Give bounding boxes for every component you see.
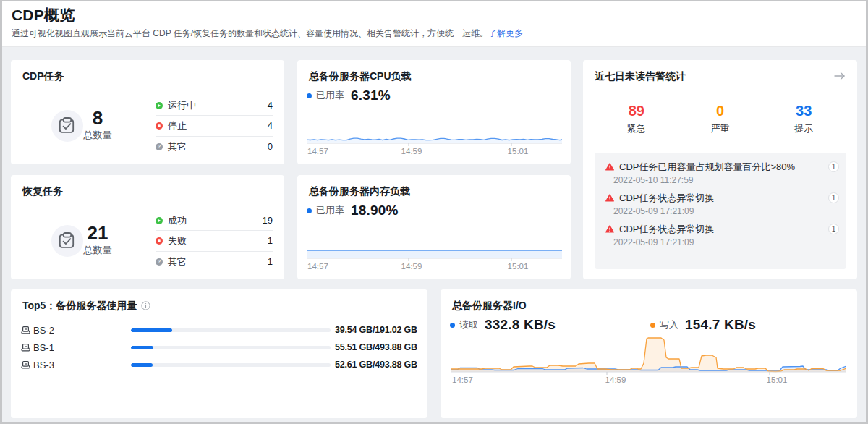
- svg-text:15:01: 15:01: [508, 147, 529, 156]
- top5-list: BS-2 39.54 GB/191.02 GB BS-1 55.51 GB/49…: [21, 321, 416, 373]
- alert-stats: 89 紧急 0 严重 33 提示: [595, 102, 846, 135]
- usage-value: 52.61 GB/493.88 GB: [335, 360, 417, 370]
- memory-load-chart: 14:5714:5915:01: [307, 215, 562, 276]
- card-alerts: 近七日未读告警统计 89 紧急 0 严重 33 提示 CDP任务已用容量占规划容…: [583, 60, 857, 279]
- running-icon: [156, 102, 163, 109]
- svg-text:?: ?: [158, 259, 161, 264]
- svg-text:?: ?: [158, 144, 161, 149]
- top5-row: BS-1 55.51 GB/493.88 GB: [21, 339, 416, 356]
- status-label: 停止: [168, 119, 187, 132]
- alert-list: CDP任务已用容量占规划容量百分比>80% 1 2022-05-10 11:27…: [595, 153, 846, 269]
- status-label: 失败: [168, 234, 187, 247]
- status-row-other: ? 其它 0: [156, 137, 273, 157]
- success-icon: [156, 217, 163, 224]
- io-title: 总备份服务器I/O: [452, 298, 527, 313]
- alert-stat-severe: 0 严重: [678, 102, 762, 135]
- alert-text: CDP任务状态异常切换: [619, 223, 714, 236]
- card-io: 总备份服务器I/O 读取 332.8 KB/s 写入 154.7 KB/s 14…: [441, 289, 857, 418]
- card-top5-usage: Top5：备份服务器使用量 BS-2 39.54 GB/191.02 GB BS…: [11, 289, 427, 418]
- alert-timestamp: 2022-05-10 11:27:59: [613, 174, 839, 187]
- legend-dot-icon: [450, 323, 455, 328]
- status-label: 成功: [168, 214, 187, 227]
- usage-bar: [131, 346, 331, 349]
- alert-timestamp: 2022-05-09 17:21:09: [613, 205, 839, 218]
- card-restore-tasks: 恢复任务 21 总数量 成功 19 失败 1 ? 其它: [11, 175, 284, 279]
- top5-title-text: Top5：备份服务器使用量: [22, 298, 137, 313]
- backup-server-icon: [21, 343, 30, 352]
- question-icon: ?: [156, 143, 163, 150]
- cdp-tasks-title: CDP任务: [22, 69, 64, 83]
- cdp-total-number: 8: [76, 108, 119, 128]
- failed-icon: [156, 237, 163, 245]
- status-row-failed: 失败 1: [156, 231, 273, 251]
- alert-timestamp: 2022-05-09 17:21:09: [613, 237, 839, 249]
- question-icon: ?: [156, 258, 163, 266]
- svg-text:14:57: 14:57: [307, 262, 328, 271]
- page-subtitle: 通过可视化视图直观展示当前云平台 CDP 任务/恢复任务的数量和状态统计、容量使…: [12, 27, 523, 40]
- server-name: BS-1: [33, 342, 131, 353]
- severe-label: 严重: [678, 122, 762, 135]
- status-row-other: ? 其它 1: [156, 252, 273, 272]
- svg-text:14:59: 14:59: [605, 376, 626, 384]
- server-name: BS-2: [33, 325, 131, 336]
- status-label: 其它: [168, 255, 187, 268]
- alert-count-badge: 1: [828, 192, 839, 203]
- warning-icon: [605, 194, 614, 202]
- svg-text:14:59: 14:59: [401, 147, 422, 156]
- svg-text:14:59: 14:59: [401, 262, 422, 271]
- arrow-right-icon[interactable]: [834, 72, 846, 80]
- warning-icon: [605, 225, 614, 233]
- top5-row: BS-2 39.54 GB/191.02 GB: [21, 321, 416, 339]
- svg-text:15:01: 15:01: [767, 376, 788, 384]
- status-label: 其它: [168, 140, 187, 153]
- backup-server-icon: [21, 360, 30, 370]
- svg-text:14:57: 14:57: [307, 147, 328, 156]
- info-label: 提示: [762, 122, 846, 135]
- status-value: 19: [263, 215, 273, 226]
- legend-dot-icon: [307, 208, 312, 213]
- cpu-load-title: 总备份服务器CPU负载: [309, 69, 412, 83]
- info-icon[interactable]: [141, 301, 150, 310]
- svg-text:14:57: 14:57: [452, 376, 473, 384]
- alert-stat-info: 33 提示: [762, 102, 846, 135]
- alert-item[interactable]: CDP任务状态异常切换 1 2022-05-09 17:21:09: [605, 190, 839, 218]
- status-row-stopped: 停止 4: [156, 116, 273, 136]
- backup-server-icon: [21, 326, 30, 335]
- cdp-total: 8 总数量: [76, 108, 119, 142]
- alert-item[interactable]: CDP任务状态异常切换 1 2022-05-09 17:21:09: [605, 221, 839, 249]
- top5-row: BS-3 52.61 GB/493.88 GB: [21, 356, 416, 373]
- page-subtitle-text: 通过可视化视图直观展示当前云平台 CDP 任务/恢复任务的数量和状态统计、容量使…: [12, 28, 488, 38]
- cdp-status-list: 运行中 4 停止 4 ? 其它 0: [156, 96, 273, 157]
- alert-item[interactable]: CDP任务已用容量占规划容量百分比>80% 1 2022-05-10 11:27…: [605, 159, 839, 187]
- warning-icon: [605, 163, 614, 171]
- learn-more-link[interactable]: 了解更多: [488, 28, 523, 38]
- app-window: CDP概览 通过可视化视图直观展示当前云平台 CDP 任务/恢复任务的数量和状态…: [2, 1, 866, 422]
- page-title: CDP概览: [12, 5, 75, 25]
- card-cpu-load: 总备份服务器CPU负载 已用率 6.31% 14:5714:5915:01: [297, 60, 571, 164]
- top5-title: Top5：备份服务器使用量: [22, 298, 150, 313]
- usage-bar-fill: [131, 363, 153, 367]
- status-label: 运行中: [168, 99, 196, 112]
- legend-dot-icon: [650, 323, 655, 328]
- alert-text: CDP任务状态异常切换: [619, 192, 714, 205]
- severe-count: 0: [678, 102, 762, 119]
- svg-text:15:01: 15:01: [508, 262, 529, 271]
- restore-total-number: 21: [76, 223, 119, 243]
- status-value: 1: [268, 235, 273, 246]
- status-row-success: 成功 19: [156, 211, 273, 231]
- cdp-total-label: 总数量: [76, 129, 119, 142]
- legend-dot-icon: [307, 93, 312, 98]
- io-chart: 14:5714:5915:01: [451, 328, 846, 389]
- info-count: 33: [762, 102, 846, 119]
- alerts-title: 近七日未读告警统计: [595, 69, 686, 83]
- usage-bar-fill: [131, 328, 172, 332]
- page-header: CDP概览 通过可视化视图直观展示当前云平台 CDP 任务/恢复任务的数量和状态…: [2, 1, 866, 47]
- status-value: 0: [268, 141, 273, 152]
- restore-status-list: 成功 19 失败 1 ? 其它 1: [156, 211, 273, 272]
- restore-tasks-title: 恢复任务: [22, 184, 63, 198]
- alert-count-badge: 1: [828, 224, 839, 234]
- usage-bar-fill: [131, 346, 153, 349]
- card-cdp-tasks: CDP任务 8 总数量 运行中 4 停止 4 ? 其它: [11, 60, 284, 164]
- alert-count-badge: 1: [828, 161, 839, 172]
- status-value: 1: [268, 256, 273, 267]
